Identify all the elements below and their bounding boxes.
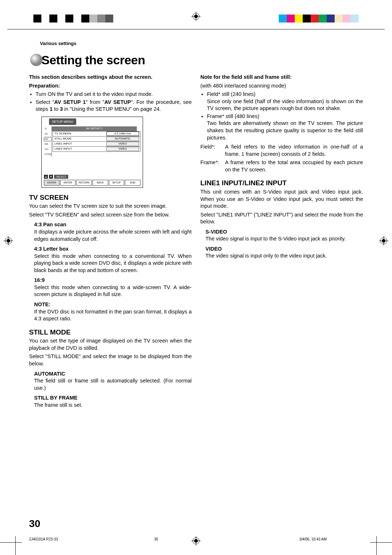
menu-btn: RETURN bbox=[76, 180, 92, 185]
menu-footer: ▲ ▼ SELECT ENTER ENTER RETURN BACK SETUP… bbox=[44, 175, 140, 186]
preparation-heading: Preparation: bbox=[29, 82, 192, 90]
line-input-heading: LINE1 INPUT/LINE2 INPUT bbox=[200, 178, 363, 188]
note-heading: NOTE: bbox=[34, 301, 192, 308]
note-text: If the DVD disc is not formatted in the … bbox=[34, 308, 192, 323]
letterbox-heading: 4:3 Letter box bbox=[34, 246, 192, 253]
footer-doc-id: 2J40101A P23-33 bbox=[29, 537, 58, 541]
frame-still-item: Frame* still (480 lines) Two fields are … bbox=[207, 113, 363, 141]
menu-row: TV SCREEN4:3 Letter box bbox=[53, 131, 140, 137]
stillmode-heading: STILL MODE bbox=[29, 328, 192, 337]
frame-definition: Frame*: A frame refers to the total area… bbox=[200, 159, 363, 173]
line-input-p1: This unit comes with an S-Video input ja… bbox=[200, 189, 363, 210]
crop-mark bbox=[0, 542, 22, 543]
menu-row: LINE1 INPUTVIDEO bbox=[53, 142, 140, 147]
down-arrow-icon: ▼ bbox=[49, 175, 53, 179]
menu-title: SETUP MENU bbox=[49, 118, 76, 125]
stillmode-p1: You can set the type of image displayed … bbox=[29, 337, 192, 352]
crop-mark bbox=[376, 536, 377, 555]
crop-mark bbox=[15, 536, 16, 555]
up-arrow-icon: ▲ bbox=[44, 175, 48, 179]
intro-text: This section describes settings about th… bbox=[29, 74, 192, 81]
widescreen-text: Select this mode when connecting to a wi… bbox=[34, 284, 192, 298]
nff-heading: Note for the field still and frame still… bbox=[200, 74, 363, 81]
reg-mark-top bbox=[191, 12, 201, 23]
menu-btn: END bbox=[125, 180, 140, 185]
reg-mark-bottom bbox=[191, 536, 201, 547]
tvscreen-heading: TV SCREEN bbox=[29, 193, 192, 202]
page-content: Various settings Setting the screen This… bbox=[29, 41, 363, 410]
title-row: Setting the screen bbox=[29, 53, 363, 67]
footer-page: 30 bbox=[154, 537, 158, 541]
footer-timestamp: 3/4/06, 10:43 AM bbox=[299, 537, 327, 541]
panscan-text: It displays a wide picture across the wh… bbox=[34, 228, 192, 243]
reg-mark-left bbox=[4, 236, 13, 247]
page-title: Setting the screen bbox=[41, 53, 145, 67]
page-number: 30 bbox=[29, 518, 40, 530]
prep-step-2: Select "AV SETUP 1" from "AV SETUP". For… bbox=[36, 99, 192, 113]
svg-point-16 bbox=[30, 54, 42, 66]
tvscreen-p2: Select "TV SCREEN" and select screen siz… bbox=[29, 211, 192, 219]
widescreen-heading: 16:9 bbox=[34, 277, 192, 284]
video-text: The video signal is input only to the vi… bbox=[205, 252, 363, 260]
video-heading: VIDEO bbox=[205, 246, 363, 253]
stillmode-p2: Select "STILL MODE" and select the image… bbox=[29, 353, 192, 367]
letterbox-text: Select this mode when connecting to a co… bbox=[34, 253, 192, 274]
left-column: This section describes settings about th… bbox=[29, 74, 192, 410]
line-input-p2: Select "LINE1 INPUT" ("LINE2 INPUT") and… bbox=[200, 211, 363, 226]
tvscreen-p1: You can select the TV screen size to sui… bbox=[29, 203, 192, 210]
menu-row: STILL MODEAUTOMATIC bbox=[53, 137, 140, 142]
menu-rows: TV SCREEN4:3 Letter box STILL MODEAUTOMA… bbox=[53, 131, 140, 152]
select-label: SELECT bbox=[54, 175, 68, 179]
menu-subtitle: AV SETUP 1 bbox=[52, 126, 137, 131]
reg-left-blocks bbox=[33, 15, 113, 23]
menu-btn: SETUP bbox=[109, 180, 124, 185]
menu-btn: ENTER bbox=[60, 180, 76, 185]
field-still-item: Field* still (240 lines) Since only one … bbox=[207, 91, 363, 112]
setup-menu-screenshot: SETUP MENU TI SY AV RE CH OTHER AV SETUP… bbox=[41, 117, 143, 188]
svideo-heading: S-VIDEO bbox=[205, 228, 363, 236]
field-definition: Field*: A field refers to the video info… bbox=[200, 143, 363, 158]
automatic-text: The field still or frame still is automa… bbox=[34, 377, 192, 392]
svideo-text: The video signal is input to the S-Video… bbox=[205, 235, 363, 243]
menu-side-tabs: TI SY AV RE CH OTHER bbox=[44, 126, 52, 157]
menu-btn: BACK bbox=[93, 180, 108, 185]
menu-btn: ENTER bbox=[44, 180, 60, 185]
reg-mark-right bbox=[379, 236, 388, 247]
nff-sub: (with 480i interlaced scanning mode) bbox=[200, 82, 363, 90]
reg-line-top bbox=[7, 29, 385, 29]
right-column: Note for the field still and frame still… bbox=[200, 74, 363, 410]
automatic-heading: AUTOMATIC bbox=[34, 370, 192, 378]
panscan-heading: 4:3 Pan scan bbox=[34, 221, 192, 228]
menu-row: LINE2 INPUTVIDEO bbox=[53, 147, 140, 152]
stillbyframe-heading: STILL BY FRAME bbox=[34, 394, 192, 402]
prep-step-1: Turn ON the TV and set it to the video i… bbox=[36, 91, 192, 98]
crop-mark bbox=[370, 542, 392, 543]
reg-right-blocks bbox=[279, 15, 359, 23]
stillbyframe-text: The frame still is set. bbox=[34, 402, 192, 409]
breadcrumb: Various settings bbox=[40, 41, 363, 46]
